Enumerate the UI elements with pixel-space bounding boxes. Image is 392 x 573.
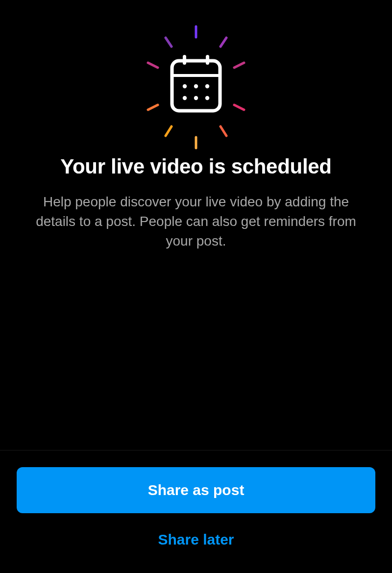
footer-actions: Share as post Share later bbox=[0, 450, 392, 573]
svg-line-1 bbox=[220, 38, 226, 47]
svg-line-2 bbox=[234, 63, 244, 68]
svg-line-7 bbox=[148, 105, 158, 110]
svg-line-4 bbox=[220, 126, 226, 136]
svg-rect-12 bbox=[183, 55, 186, 65]
calendar-sparkle-icon bbox=[132, 24, 260, 151]
share-as-post-button[interactable]: Share as post bbox=[17, 467, 375, 513]
svg-line-6 bbox=[166, 126, 172, 136]
svg-line-3 bbox=[234, 105, 244, 110]
svg-point-15 bbox=[194, 84, 198, 88]
page-title: Your live video is scheduled bbox=[60, 155, 331, 178]
svg-point-18 bbox=[194, 96, 198, 100]
share-later-button[interactable]: Share later bbox=[17, 518, 375, 561]
svg-point-14 bbox=[183, 84, 187, 88]
svg-line-8 bbox=[148, 63, 158, 68]
page-subtitle: Help people discover your live video by … bbox=[0, 192, 392, 250]
scheduled-live-confirmation: Your live video is scheduled Help people… bbox=[0, 0, 392, 573]
hero-section: Your live video is scheduled Help people… bbox=[0, 0, 392, 250]
svg-line-9 bbox=[166, 38, 172, 47]
svg-rect-13 bbox=[206, 55, 209, 65]
svg-point-16 bbox=[205, 84, 209, 88]
svg-point-17 bbox=[183, 96, 187, 100]
svg-point-19 bbox=[205, 96, 209, 100]
